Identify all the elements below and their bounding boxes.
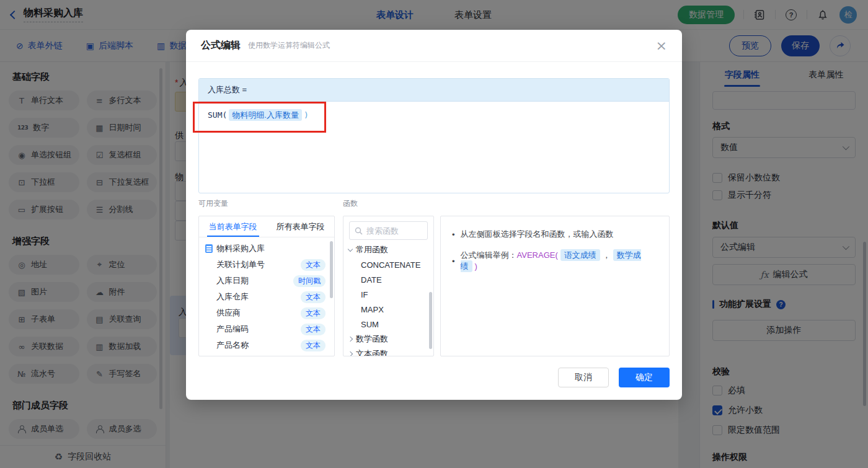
- confirm-button[interactable]: 确定: [619, 368, 670, 387]
- variable-type-badge: 文本: [301, 307, 326, 319]
- formula-target-field: 入库总数 =: [199, 79, 669, 102]
- variables-tabs: 当前表单字段 所有表单字段: [199, 216, 334, 237]
- modal-footer: 取消 确定: [558, 368, 670, 387]
- close-icon[interactable]: ×: [656, 39, 667, 53]
- tip-example: • 公式编辑举例：AVERAGE(语文成绩，数学成绩): [452, 250, 658, 272]
- function-group-label: 常用函数: [356, 244, 388, 255]
- form-document-icon: [205, 244, 213, 253]
- variable-type-badge: 文本: [301, 291, 326, 303]
- variable-root-row[interactable]: 物料采购入库: [199, 241, 334, 257]
- functions-label: 函数: [343, 198, 358, 209]
- tab-current-form-fields[interactable]: 当前表单字段: [199, 216, 267, 237]
- formula-editor-box[interactable]: 入库总数 = SUM(物料明细.入库数量): [198, 78, 670, 193]
- function-group-collapsed[interactable]: 文本函数: [343, 347, 433, 356]
- tip-line: • 从左侧面板选择字段名和函数，或输入函数: [452, 229, 658, 240]
- search-icon: [355, 227, 363, 235]
- formula-field-pill[interactable]: 物料明细.入库数量: [229, 109, 302, 121]
- variable-type-badge: 时间戳: [293, 275, 326, 287]
- variable-root-label: 物料采购入库: [216, 243, 265, 254]
- variable-name: 供应商: [216, 307, 241, 319]
- cancel-button[interactable]: 取消: [558, 368, 609, 387]
- variable-name: 产品名称: [216, 340, 249, 351]
- tab-all-form-fields[interactable]: 所有表单字段: [267, 216, 334, 237]
- function-group-expanded[interactable]: 常用函数: [343, 242, 433, 257]
- example-function: AVERAGE(: [517, 250, 558, 260]
- functions-panel: 常用函数CONCATENATEDATEIFMAPXSUM数学函数文本函数: [343, 216, 434, 356]
- variables-label: 可用变量: [198, 198, 228, 209]
- variable-row[interactable]: 入库日期时间戳: [199, 273, 334, 289]
- formula-function: SUM(: [208, 110, 227, 120]
- function-item[interactable]: IF: [343, 287, 433, 302]
- functions-tree: 常用函数CONCATENATEDATEIFMAPXSUM数学函数文本函数: [343, 242, 433, 356]
- function-group-label: 文本函数: [356, 348, 388, 356]
- variable-row[interactable]: 供应商文本: [199, 305, 334, 321]
- variable-name: 入库仓库: [216, 291, 249, 302]
- variable-row[interactable]: 关联计划单号文本: [199, 257, 334, 273]
- function-item[interactable]: SUM: [343, 317, 433, 332]
- formula-expression[interactable]: SUM(物料明细.入库数量): [199, 102, 669, 129]
- variable-name: 关联计划单号: [216, 259, 265, 270]
- formula-close-paren: ): [304, 110, 309, 120]
- variable-row[interactable]: 产品名称文本: [199, 337, 334, 353]
- variable-name: 入库日期: [216, 275, 249, 286]
- formula-help-panel: • 从左侧面板选择字段名和函数，或输入函数 • 公式编辑举例：AVERAGE(语…: [440, 216, 670, 356]
- function-search-box[interactable]: [349, 221, 428, 240]
- variable-type-badge: 文本: [301, 259, 326, 271]
- variables-scrollbar[interactable]: [330, 241, 333, 298]
- variables-list: 物料采购入库关联计划单号文本入库日期时间戳入库仓库文本供应商文本产品编码文本产品…: [199, 237, 334, 353]
- tree-chevron-icon: [348, 246, 353, 251]
- tree-chevron-icon: [348, 351, 353, 356]
- function-item[interactable]: DATE: [343, 272, 433, 287]
- modal-title: 公式编辑: [201, 39, 241, 52]
- tree-chevron-icon: [348, 337, 353, 342]
- modal-header: 公式编辑 使用数学运算符编辑公式 ×: [186, 30, 682, 62]
- variables-panel: 当前表单字段 所有表单字段 物料采购入库关联计划单号文本入库日期时间戳入库仓库文…: [198, 216, 335, 356]
- modal-subtitle: 使用数学运算符编辑公式: [248, 40, 330, 51]
- variable-row[interactable]: 入库仓库文本: [199, 289, 334, 305]
- function-search-input[interactable]: [366, 226, 419, 236]
- function-item[interactable]: MAPX: [343, 302, 433, 317]
- function-item[interactable]: CONCATENATE: [343, 257, 433, 272]
- variable-row[interactable]: 产品编码文本: [199, 321, 334, 337]
- function-group-label: 数学函数: [356, 333, 388, 345]
- variable-type-badge: 文本: [301, 324, 326, 335]
- variable-type-badge: 文本: [301, 340, 326, 351]
- functions-scrollbar[interactable]: [429, 292, 432, 349]
- example-field-pill: 语文成绩: [560, 249, 600, 261]
- formula-editor-modal: 公式编辑 使用数学运算符编辑公式 × 入库总数 = SUM(物料明细.入库数量)…: [186, 30, 682, 400]
- app-screen: 物料采购入库 表单设计 表单设置 数据管理 ?: [0, 0, 868, 468]
- function-group-collapsed[interactable]: 数学函数: [343, 332, 433, 347]
- variable-name: 产品编码: [216, 324, 249, 335]
